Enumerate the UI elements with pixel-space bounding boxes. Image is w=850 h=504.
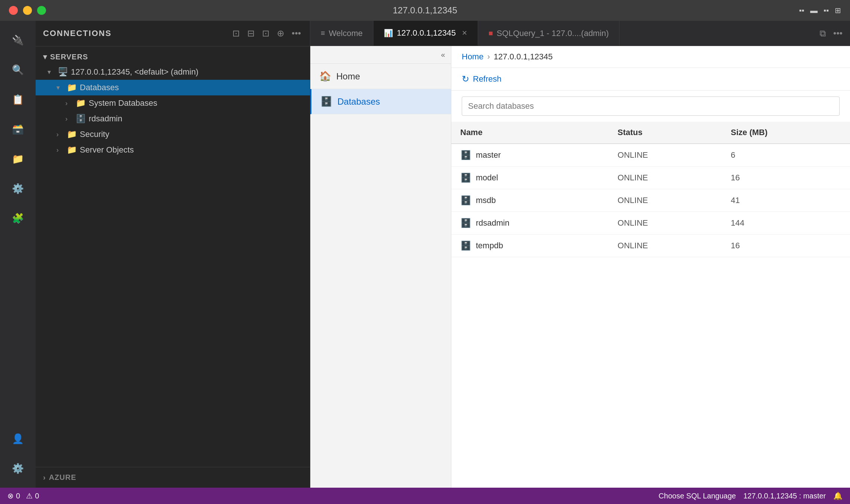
activity-bar-bottom: 👤 ⚙️	[4, 425, 31, 488]
refresh-button[interactable]: ↻ Refresh	[462, 74, 501, 84]
breadcrumb-separator: ›	[487, 52, 490, 62]
table-row[interactable]: 🗄️ tempdb ONLINE 16	[451, 235, 850, 257]
rdsadmin-label: rdsadmin	[89, 114, 122, 124]
azure-section[interactable]: › AZURE	[36, 467, 310, 488]
tabs-more-icon[interactable]: •••	[833, 28, 843, 39]
databases-grid: Name Status Size (MB) 🗄️ master ONLINE 6	[451, 122, 850, 257]
search-databases-input[interactable]	[462, 96, 840, 116]
tree: ▾ SERVERS ▾ 🖥️ 127.0.0.1,12345, <default…	[36, 46, 310, 467]
activity-extensions[interactable]: 🧩	[4, 205, 31, 232]
server-objects-node[interactable]: › 📁 Server Objects	[36, 142, 310, 158]
activity-files[interactable]: 📁	[4, 145, 31, 172]
activity-account[interactable]: 👤	[4, 425, 31, 452]
maximize-button[interactable]	[37, 6, 46, 15]
filter-button[interactable]: ⊟	[246, 27, 256, 40]
databases-table: Name Status Size (MB) 🗄️ master ONLINE 6	[451, 122, 850, 488]
activity-bar: 🔌 🔍 📋 🗃️ 📁 ⚙️ 🧩 👤 ⚙️	[0, 21, 36, 488]
rdsadmin-node[interactable]: › 🗄️ rdsadmin	[36, 111, 310, 127]
security-label: Security	[80, 130, 109, 139]
security-node[interactable]: › 📁 Security	[36, 127, 310, 142]
activity-git[interactable]: ⚙️	[4, 175, 31, 202]
server-chevron-icon: ▾	[48, 68, 55, 76]
db-name: master	[476, 150, 501, 160]
breadcrumb-home[interactable]: Home	[462, 52, 484, 62]
sql-language-label[interactable]: Choose SQL Language	[658, 492, 736, 500]
status-bar-left: ⊗ 0 ⚠ 0	[7, 491, 39, 500]
connection-info: 127.0.0.1,12345 : master	[743, 492, 826, 500]
db-name: tempdb	[476, 241, 503, 251]
activity-search[interactable]: 🔍	[4, 56, 31, 83]
activity-notebooks[interactable]: 📋	[4, 86, 31, 113]
minimize-button[interactable]	[23, 6, 32, 15]
servers-chevron-icon: ▾	[43, 52, 47, 61]
databases-nav-icon: 🗄️	[320, 96, 332, 107]
db-status: ONLINE	[609, 212, 722, 235]
titlebar: 127.0.0.1,12345 ▪▪ ▬ ▪▪ ⊞	[0, 0, 850, 21]
git-icon: ⚙️	[12, 183, 24, 194]
collapse-panel-button[interactable]: «	[441, 50, 445, 59]
window-title: 127.0.0.1,12345	[393, 5, 457, 16]
servers-section[interactable]: ▾ SERVERS	[36, 49, 310, 64]
tab-welcome[interactable]: ≡ Welcome	[310, 21, 373, 46]
db-size: 16	[722, 235, 850, 257]
split-editor-icon[interactable]: ⧉	[820, 28, 826, 39]
notification-icon[interactable]: 🔔	[833, 491, 843, 500]
db-row-icon: 🗄️	[460, 195, 471, 206]
error-icon: ⊗	[7, 491, 14, 500]
server-node[interactable]: ▾ 🖥️ 127.0.0.1,12345, <default> (admin)	[36, 64, 310, 80]
layout-icon-3[interactable]: ▪▪	[824, 6, 829, 15]
sub-nav-databases[interactable]: 🗄️ Databases	[310, 89, 451, 114]
db-status: ONLINE	[609, 235, 722, 257]
tabs-bar: ≡ Welcome 📊 127.0.0.1,12345 ✕ ■ SQLQuery…	[310, 21, 850, 46]
activity-connections[interactable]: 🔌	[4, 27, 31, 53]
more-servers-button[interactable]: ⊡	[261, 27, 271, 40]
add-server-button[interactable]: ⊕	[275, 27, 286, 40]
ellipsis-button[interactable]: •••	[290, 27, 303, 40]
close-button[interactable]	[9, 6, 18, 15]
layout-icon-1[interactable]: ▪▪	[799, 6, 804, 15]
activity-object-explorer[interactable]: 🗃️	[4, 116, 31, 143]
tab-connection[interactable]: 📊 127.0.0.1,12345 ✕	[373, 21, 478, 46]
activity-settings[interactable]: ⚙️	[4, 455, 31, 482]
system-databases-folder-icon: 📁	[76, 98, 86, 108]
table-row[interactable]: 🗄️ rdsadmin ONLINE 144	[451, 212, 850, 235]
extensions-icon: 🧩	[12, 213, 24, 224]
object-explorer-icon: 🗃️	[12, 124, 24, 135]
sub-nav-home[interactable]: 🏠 Home	[310, 64, 451, 89]
app-body: 🔌 🔍 📋 🗃️ 📁 ⚙️ 🧩 👤 ⚙️	[0, 21, 850, 488]
system-databases-node[interactable]: › 📁 System Databases	[36, 95, 310, 111]
refresh-label: Refresh	[473, 74, 501, 84]
table-row[interactable]: 🗄️ master ONLINE 6	[451, 144, 850, 167]
notebooks-icon: 📋	[12, 94, 24, 105]
db-size: 6	[722, 144, 850, 167]
new-connection-button[interactable]: ⊡	[231, 27, 241, 40]
server-label: 127.0.0.1,12345, <default> (admin)	[71, 67, 199, 77]
window-controls	[9, 6, 46, 15]
databases-label: Databases	[80, 83, 119, 92]
connection-tab-icon: 📊	[384, 29, 393, 37]
welcome-tab-icon: ≡	[321, 29, 325, 37]
tab-sqlquery[interactable]: ■ SQLQuery_1 - 127.0....(admin)	[478, 21, 619, 46]
table-row[interactable]: 🗄️ model ONLINE 16	[451, 167, 850, 189]
col-header-name: Name	[451, 122, 609, 144]
layout-icon-4[interactable]: ⊞	[835, 6, 841, 15]
db-name-cell: 🗄️ msdb	[451, 189, 609, 212]
db-name-cell: 🗄️ rdsadmin	[451, 212, 609, 235]
sidebar-header-icons: ⊡ ⊟ ⊡ ⊕ •••	[231, 27, 303, 40]
refresh-icon: ↻	[462, 74, 469, 84]
tab-close-icon[interactable]: ✕	[462, 29, 467, 37]
system-databases-chevron-icon: ›	[65, 99, 73, 107]
welcome-tab-label: Welcome	[329, 29, 363, 38]
sub-nav-collapse-bar: «	[310, 46, 451, 64]
databases-nav-label: Databases	[337, 96, 380, 107]
status-bar: ⊗ 0 ⚠ 0 Choose SQL Language 127.0.0.1,12…	[0, 488, 850, 504]
databases-chevron-icon: ▾	[56, 84, 64, 92]
sqlquery-tab-icon: ■	[488, 29, 493, 37]
layout-icon-2[interactable]: ▬	[810, 6, 818, 15]
servers-label: SERVERS	[50, 53, 88, 61]
db-size: 16	[722, 167, 850, 189]
table-header: Name Status Size (MB)	[451, 122, 850, 144]
table-row[interactable]: 🗄️ msdb ONLINE 41	[451, 189, 850, 212]
table-body: 🗄️ master ONLINE 6 🗄️ model ONLINE 16 🗄️…	[451, 144, 850, 257]
databases-node[interactable]: ▾ 📁 Databases	[36, 80, 310, 95]
